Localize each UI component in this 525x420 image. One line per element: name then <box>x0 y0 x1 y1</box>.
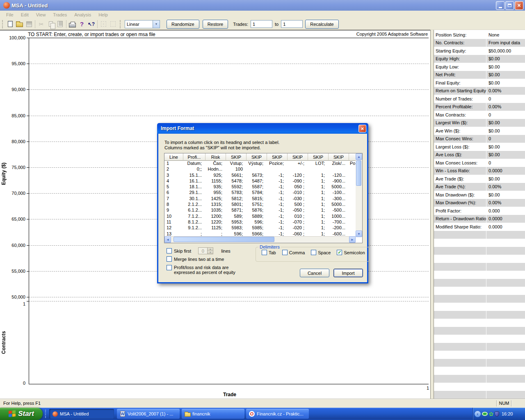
column-header-line[interactable]: Line <box>164 153 183 161</box>
table-cell: -100... <box>329 190 349 196</box>
column-header-profi[interactable]: Profi... <box>183 153 205 161</box>
column-header-skip[interactable]: SKIP <box>267 153 288 161</box>
status-bar: For Help, press F1 NUM <box>0 399 525 408</box>
table-cell: 1425; <box>205 196 226 202</box>
table-cell: -120 ; <box>288 173 308 178</box>
percent-equity-checkbox[interactable] <box>167 265 172 270</box>
randomize-button[interactable]: Randomize <box>167 20 199 29</box>
stats-value <box>486 327 525 335</box>
taskbar-task-folder[interactable]: financnik <box>182 409 244 419</box>
tray-shield-icon[interactable] <box>495 411 499 417</box>
table-cell: 925; <box>205 173 226 178</box>
restore-trades-button[interactable]: Restore <box>203 20 228 29</box>
stats-label: Equity Low: <box>434 64 486 69</box>
menu-item-help[interactable]: Help <box>95 11 112 18</box>
delimiter-checkbox-semicolon[interactable]: ✓ <box>337 250 342 255</box>
print-button[interactable] <box>68 20 77 29</box>
menu-item-view[interactable]: View <box>32 11 50 18</box>
table-cell: 596; <box>247 219 267 225</box>
start-button[interactable]: Start <box>0 408 43 420</box>
import-preview-table: LineProfi...RiskSKIPSKIPSKIPSKIPSKIPSKIP… <box>164 153 363 243</box>
table-cell: 10 <box>164 214 183 219</box>
taskbar-task-word[interactable]: WVolit2006_2007 (1) - ... <box>117 409 180 419</box>
context-help-button[interactable]: ↖? <box>87 20 96 29</box>
table-row: 518.1...935;5592;5587;-1;050 ;1;5000... <box>164 184 362 190</box>
vertical-scroll-thumb[interactable] <box>356 160 361 186</box>
menu-item-edit[interactable]: Edit <box>17 11 32 18</box>
toolbar-grip[interactable] <box>2 20 3 28</box>
table-vertical-scrollbar[interactable]: ▲ ▼ <box>356 153 362 237</box>
spinner-buttons[interactable]: ▲ ▼ <box>207 248 213 254</box>
tray-chevron-button[interactable]: ‹ <box>475 411 481 417</box>
trades-to-input[interactable]: 1 <box>281 20 303 28</box>
recalculate-button[interactable]: Recalculate <box>305 20 338 29</box>
delimiter-checkbox-comma[interactable] <box>282 250 288 255</box>
unzoom-region-icon <box>110 21 116 27</box>
stats-row: Equity Low:$0.00 <box>434 63 525 71</box>
windows-logo-icon <box>9 410 16 418</box>
delimiter-checkbox-tab[interactable] <box>262 250 267 255</box>
column-header-skip[interactable]: SKIP <box>226 153 247 161</box>
dialog-titlebar[interactable]: Import Format × <box>157 123 368 134</box>
scroll-right-button[interactable]: ► <box>349 236 356 243</box>
table-cell: -1; <box>267 202 288 208</box>
taskbar-task-msa[interactable]: MSA - Untitled <box>49 409 114 419</box>
scroll-left-button[interactable]: ◄ <box>164 236 171 243</box>
close-button[interactable]: × <box>515 1 523 10</box>
stats-label: Modified Sharpe Ratio: <box>434 224 486 229</box>
table-cell: 1; <box>308 225 329 231</box>
panel-splitter[interactable] <box>430 30 434 399</box>
skip-lines-spinner[interactable]: 0 ▲ ▼ <box>198 247 213 254</box>
delimiter-label: Space <box>318 250 331 255</box>
chevron-down-icon[interactable]: ▼ <box>153 21 160 28</box>
column-header-skip[interactable]: SKIP <box>329 153 349 161</box>
trades-from-input[interactable]: 1 <box>251 20 272 28</box>
stats-row: Ave Loss ($):$0.00 <box>434 151 525 159</box>
skip-first-checkbox[interactable] <box>167 248 172 253</box>
horizontal-scroll-thumb[interactable] <box>173 237 274 242</box>
spin-up-icon[interactable]: ▲ <box>208 248 213 251</box>
delimiter-checkbox-space[interactable] <box>311 250 316 255</box>
table-row: 315.1...925;5661;5673;-1;-120 ;1;-120... <box>164 173 362 178</box>
y-axis-tick <box>27 219 29 219</box>
column-header-risk[interactable]: Risk <box>205 153 226 161</box>
new-file-button[interactable] <box>5 20 15 29</box>
tray-eye-icon[interactable] <box>482 412 488 416</box>
menu-item-trades[interactable]: Trades <box>49 11 71 18</box>
table-cell: 5751; <box>247 202 267 208</box>
scroll-up-button[interactable]: ▲ <box>356 153 362 160</box>
spin-down-icon[interactable]: ▼ <box>208 251 213 254</box>
column-header-skip[interactable]: SKIP <box>288 153 308 161</box>
merge-lines-checkbox[interactable] <box>167 256 172 262</box>
cut-icon: ✂ <box>39 21 44 27</box>
menu-item-analysis[interactable]: Analysis <box>71 11 95 18</box>
cancel-button[interactable]: Cancel <box>300 269 329 277</box>
table-cell: 5784; <box>247 190 267 196</box>
delimiters-group-title: Delimiters <box>258 244 281 249</box>
restore-button[interactable] <box>505 1 514 10</box>
unzoom-region-button <box>108 20 118 29</box>
toolbar-grip[interactable] <box>120 20 121 28</box>
column-header-skip[interactable]: SKIP <box>308 153 329 161</box>
system-tray: ‹ ✿ 16:20 <box>472 408 525 420</box>
start-hint-text: TO START: Enter, create, or import trade… <box>28 32 155 37</box>
column-header-skip[interactable]: SKIP <box>247 153 267 161</box>
stats-label: Max Contracts: <box>434 112 486 117</box>
scale-combobox[interactable]: Linear ▼ <box>125 20 160 28</box>
taskbar-task-opera[interactable]: OFinancnik.cz - Praktic... <box>246 409 309 419</box>
menu-item-file[interactable]: File <box>2 11 17 18</box>
table-row: 629.1...955;5783;5784;-1;-010 ;1;-100... <box>164 190 362 196</box>
tray-icq-icon[interactable]: ✿ <box>489 411 493 417</box>
dialog-close-button[interactable]: × <box>358 125 366 132</box>
minimize-button[interactable] <box>496 1 504 10</box>
stats-label: Return - Drawdown Ratio: <box>434 216 486 221</box>
close-icon: × <box>517 2 520 8</box>
open-file-button[interactable] <box>15 20 24 29</box>
help-button[interactable]: ? <box>77 20 87 29</box>
equity-gridline <box>29 64 429 64</box>
table-cell: 589; <box>226 214 247 219</box>
table-horizontal-scrollbar[interactable]: ◄ ► <box>164 236 356 243</box>
table-cell: 30.1... <box>183 196 205 202</box>
import-button[interactable]: Import <box>333 269 363 277</box>
scroll-down-button[interactable]: ▼ <box>356 231 362 237</box>
